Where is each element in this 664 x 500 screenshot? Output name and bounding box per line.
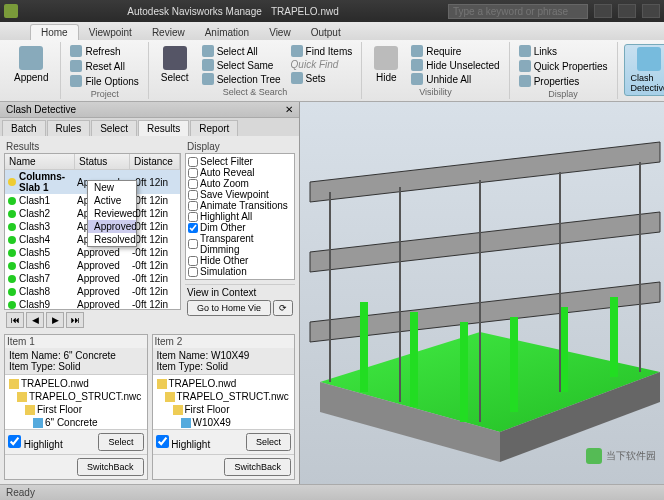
clash-row[interactable]: Clash6Approved-0ft 12in: [5, 259, 180, 272]
select-button[interactable]: Select: [155, 44, 195, 86]
clash-row[interactable]: Clash7Approved-0ft 12in: [5, 272, 180, 285]
find-items-button[interactable]: Find Items: [288, 44, 356, 58]
status-dropdown[interactable]: New Active Reviewed Approved Resolved: [87, 180, 137, 247]
file-options-button[interactable]: File Options: [67, 74, 141, 88]
tree-node[interactable]: W10X49: [155, 416, 293, 429]
item2-tree[interactable]: TRAPELO.nwdTRAPELO_STRUCT.nwcFirst Floor…: [153, 375, 295, 429]
display-option[interactable]: Transparent Dimming: [188, 233, 292, 255]
panel-title: Clash Detective✕: [0, 102, 299, 118]
select1-button[interactable]: Select: [98, 433, 143, 451]
require-button[interactable]: Require: [408, 44, 502, 58]
keyword-search-input[interactable]: [448, 4, 588, 19]
tree-node[interactable]: First Floor: [7, 403, 145, 416]
display-option[interactable]: Auto Zoom: [188, 178, 292, 189]
reset-all-button[interactable]: Reset All: [67, 59, 141, 73]
display-option[interactable]: Hide Other: [188, 255, 292, 266]
clash-detective-panel: Clash Detective✕ Batch Rules Select Resu…: [0, 102, 300, 484]
tab-animation[interactable]: Animation: [195, 25, 259, 40]
tree-node[interactable]: TRAPELO_STRUCT.nwc: [7, 390, 145, 403]
title-bar: Autodesk Navisworks Manage TRAPELO.nwd: [0, 0, 664, 22]
status-option[interactable]: Reviewed: [88, 207, 136, 220]
status-option[interactable]: Resolved: [88, 233, 136, 246]
folder-icon: [9, 379, 19, 389]
reset-icon: [70, 60, 82, 72]
view-context-icon-button[interactable]: ⟳: [273, 300, 293, 316]
tab-home[interactable]: Home: [30, 24, 79, 40]
quickprops-icon: [519, 60, 531, 72]
watermark: 当下软件园: [586, 448, 656, 464]
tree-node[interactable]: TRAPELO.nwd: [155, 377, 293, 390]
select-same-button[interactable]: Select Same: [199, 58, 284, 72]
folder-icon: [8, 178, 16, 186]
results-label: Results: [4, 140, 181, 153]
status-option[interactable]: Active: [88, 194, 136, 207]
tab-report[interactable]: Report: [190, 120, 238, 136]
display-option[interactable]: Auto Reveal: [188, 167, 292, 178]
tab-output[interactable]: Output: [301, 25, 351, 40]
display-option[interactable]: Dim Other: [188, 222, 292, 233]
grid-header: Name Status Distance: [5, 154, 180, 170]
item1-label: Item 1: [5, 335, 147, 348]
highlight1-checkbox[interactable]: Highlight: [8, 435, 63, 450]
switchback1-button[interactable]: SwitchBack: [77, 458, 144, 476]
refresh-button[interactable]: Refresh: [67, 44, 141, 58]
item1-tree[interactable]: TRAPELO.nwdTRAPELO_STRUCT.nwcFirst Floor…: [5, 375, 147, 429]
tab-rules[interactable]: Rules: [47, 120, 91, 136]
append-button[interactable]: Append: [8, 44, 54, 85]
minimize-button[interactable]: [594, 4, 612, 18]
properties-button[interactable]: Properties: [516, 74, 611, 88]
sets-icon: [291, 72, 303, 84]
clash-detective-button[interactable]: Clash Detective: [624, 44, 664, 96]
status-option[interactable]: New: [88, 181, 136, 194]
select2-button[interactable]: Select: [246, 433, 291, 451]
3d-viewport[interactable]: 当下软件园: [300, 102, 664, 484]
clash-row[interactable]: Clash9Approved-0ft 12in: [5, 298, 180, 309]
switchback2-button[interactable]: SwitchBack: [224, 458, 291, 476]
first-button[interactable]: ⏮: [6, 312, 24, 328]
last-button[interactable]: ⏭: [66, 312, 84, 328]
close-button[interactable]: [642, 4, 660, 18]
unhide-icon: [411, 73, 423, 85]
hide-button[interactable]: Hide: [368, 44, 404, 86]
go-home-view-button[interactable]: Go to Home Vie: [187, 300, 271, 316]
status-dot-icon: [8, 223, 16, 231]
tab-review[interactable]: Review: [142, 25, 195, 40]
clash-row[interactable]: Clash8Approved-0ft 12in: [5, 285, 180, 298]
clash-icon: [637, 47, 661, 71]
unhide-all-button[interactable]: Unhide All: [408, 72, 502, 86]
highlight2-checkbox[interactable]: Highlight: [156, 435, 211, 450]
tree-node[interactable]: First Floor: [155, 403, 293, 416]
panel-close-icon[interactable]: ✕: [285, 104, 293, 115]
status-dot-icon: [8, 210, 16, 218]
tab-results[interactable]: Results: [138, 120, 189, 136]
prev-button[interactable]: ◀: [26, 312, 44, 328]
tree-node[interactable]: 6" Concrete: [7, 416, 145, 429]
sets-button[interactable]: Sets: [288, 71, 356, 85]
links-button[interactable]: Links: [516, 44, 611, 58]
selection-tree-button[interactable]: Selection Tree: [199, 72, 284, 86]
next-button[interactable]: ▶: [46, 312, 64, 328]
display-option[interactable]: Highlight All: [188, 211, 292, 222]
tab-select[interactable]: Select: [91, 120, 137, 136]
status-dot-icon: [8, 249, 16, 257]
tab-view[interactable]: View: [259, 25, 301, 40]
display-option[interactable]: Save Viewpoint: [188, 189, 292, 200]
display-option[interactable]: Select Filter: [188, 156, 292, 167]
folder-icon: [165, 392, 175, 402]
quick-properties-button[interactable]: Quick Properties: [516, 59, 611, 73]
clash-row[interactable]: Clash5Approved-0ft 12in: [5, 246, 180, 259]
svg-rect-6: [360, 302, 368, 392]
panel-tabs: Batch Rules Select Results Report: [0, 118, 299, 136]
maximize-button[interactable]: [618, 4, 636, 18]
tab-batch[interactable]: Batch: [2, 120, 46, 136]
quick-find-input[interactable]: Quick Find: [288, 58, 356, 71]
select-all-button[interactable]: Select All: [199, 44, 284, 58]
display-option[interactable]: Animate Transitions: [188, 200, 292, 211]
tree-node[interactable]: TRAPELO_STRUCT.nwc: [155, 390, 293, 403]
tree-node[interactable]: TRAPELO.nwd: [7, 377, 145, 390]
hide-unselected-button[interactable]: Hide Unselected: [408, 58, 502, 72]
display-option[interactable]: Simulation: [188, 266, 292, 277]
view-in-context-label: View in Context: [187, 287, 293, 298]
status-option[interactable]: Approved: [88, 220, 136, 233]
tab-viewpoint[interactable]: Viewpoint: [79, 25, 142, 40]
